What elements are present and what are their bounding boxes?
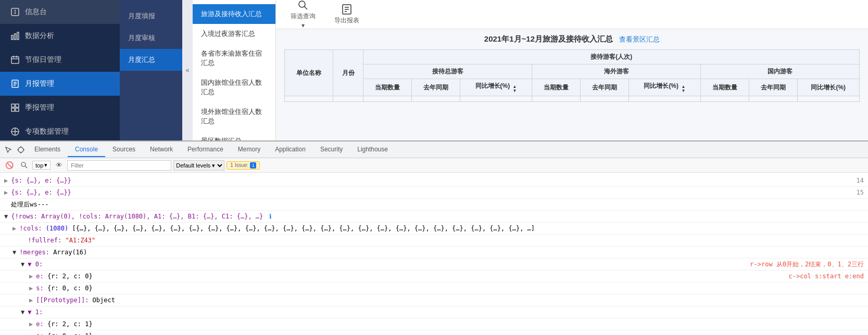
comment-text: c->col s:start e:end xyxy=(789,272,864,281)
tab-performance[interactable]: Performance xyxy=(180,143,231,157)
svg-rect-6 xyxy=(11,57,19,63)
menu3-item-inbound[interactable]: 入境过夜游客汇总 xyxy=(193,24,275,44)
devtools-panel: Elements Console Sources Network Perform… xyxy=(0,140,868,335)
expand-arrow[interactable]: ▼ xyxy=(21,307,24,317)
console-line: ▶ s: {r: 0, c: 0} xyxy=(0,282,868,294)
svg-point-27 xyxy=(18,147,23,152)
expand-arrow[interactable]: ▶ xyxy=(12,224,16,233)
console-line: ▶ !cols: (1080) [{…}, {…}, {…}, {…}, {…}… xyxy=(0,223,868,235)
console-filter-icon[interactable] xyxy=(18,159,30,172)
subheader-2: 同比增长(%) ▲▼ xyxy=(460,79,532,96)
collapse-button[interactable]: « xyxy=(182,0,193,140)
sidebar-item-label: 节假日管理 xyxy=(25,55,61,65)
subheader-7: 去年同期 xyxy=(749,79,797,96)
svg-point-2 xyxy=(15,10,16,11)
sidebar2-item-fill[interactable]: 月度填报 xyxy=(120,5,182,27)
sidebar-item-infotai[interactable]: 信息台 xyxy=(0,0,120,24)
sort-arrows-2[interactable]: ▲▼ xyxy=(681,85,685,93)
sidebar-item-data-analysis[interactable]: 数据分析 xyxy=(0,24,120,48)
sidebar-item-label: 数据分析 xyxy=(25,31,54,41)
svg-rect-3 xyxy=(11,35,13,40)
context-selector[interactable]: top ▾ xyxy=(32,161,51,170)
svg-rect-4 xyxy=(15,34,16,40)
svg-line-22 xyxy=(305,7,308,10)
console-line: ▶ e: {r: 2, c: 1} xyxy=(0,318,868,330)
svg-rect-14 xyxy=(11,104,15,107)
expand-arrow[interactable]: ▶ xyxy=(29,284,33,293)
tab-elements[interactable]: Elements xyxy=(27,143,68,157)
svg-rect-5 xyxy=(17,32,19,40)
console-output: ▶ {s: {…}, e: {…}} 14 ▶ {s: {…}, e: {…}}… xyxy=(0,173,868,335)
svg-point-21 xyxy=(299,1,305,7)
expand-arrow[interactable]: ▶ xyxy=(29,331,33,335)
toolbar: 筛选查询 ▾ 导出报表 xyxy=(276,0,868,29)
devtools-tabs: Elements Console Sources Network Perform… xyxy=(0,141,868,158)
menu3-item-domestic-hotel[interactable]: 国内旅馆业住宿人数汇总 xyxy=(193,73,275,102)
expand-arrow[interactable]: ▶ xyxy=(4,188,8,197)
sidebar-item-monthly-report[interactable]: 月报管理 xyxy=(0,72,120,96)
subheader-3: 当期数量 xyxy=(532,79,581,96)
col-total-visitors: 接待总游客 xyxy=(363,65,532,79)
issue-badge[interactable]: 1 Issue: 1 xyxy=(227,161,260,170)
devtools-inspect-icon[interactable] xyxy=(15,144,27,156)
filter-query-button[interactable]: 筛选查询 ▾ xyxy=(286,0,320,31)
sidebar-item-holiday[interactable]: 节假日管理 xyxy=(0,48,120,72)
expand-arrow[interactable]: ▶ xyxy=(4,176,8,185)
expand-arrow[interactable]: ▶ xyxy=(29,295,33,305)
scenic-summary-link[interactable]: 查看景区汇总 xyxy=(619,35,660,43)
svg-rect-15 xyxy=(16,104,19,107)
sidebar-item-label: 月报管理 xyxy=(25,79,54,88)
subheader-4: 去年同期 xyxy=(580,79,628,96)
menu3-item-tourism-income[interactable]: 旅游及接待收入汇总 xyxy=(193,4,275,24)
console-line: ▼ ▼ 0: r->row 从0开始，2结束，0、1、2三行 xyxy=(0,259,868,270)
console-filter-input[interactable] xyxy=(67,160,171,171)
report-icon xyxy=(10,79,20,88)
comment-text: r->row 从0开始，2结束，0、1、2三行 xyxy=(750,260,864,269)
svg-line-33 xyxy=(25,166,27,169)
col-unit: 单位名称 xyxy=(285,50,333,96)
expand-arrow[interactable]: ▶ xyxy=(29,319,33,329)
menu3-item-scenic[interactable]: 景区数据汇总 xyxy=(193,131,275,140)
devtools-cursor-icon[interactable] xyxy=(2,144,15,156)
sidebar2-item-audit[interactable]: 月度审核 xyxy=(120,27,182,49)
menu3-item-provinces[interactable]: 各省市来渝旅客住宿汇总 xyxy=(193,44,275,73)
console-line: ▼ !merges: Array(16) xyxy=(0,247,868,259)
tab-memory[interactable]: Memory xyxy=(231,143,268,157)
main-content: 筛选查询 ▾ 导出报表 2021年1月~12月旅游及接待收入汇总 查看景区汇总 … xyxy=(276,0,868,140)
sidebar-item-special-data[interactable]: 专项数据管理 xyxy=(0,120,120,140)
table-area: 2021年1月~12月旅游及接待收入汇总 查看景区汇总 单位名称 月份 接待游客… xyxy=(276,29,868,140)
subheader-8: 同比增长(%) xyxy=(797,79,859,96)
subheader-5: 同比增长(%) ▲▼ xyxy=(628,79,700,96)
console-line: ▶ {s: {…}, e: {…}} 14 xyxy=(0,175,868,187)
expand-arrow[interactable]: ▶ xyxy=(29,272,33,281)
sort-arrows-1[interactable]: ▲▼ xyxy=(513,85,517,93)
svg-point-32 xyxy=(21,162,26,166)
expand-arrow[interactable]: ▼ xyxy=(4,212,8,221)
main-sidebar: 信息台 数据分析 节假日管理 月报管理 季报管理 xyxy=(0,0,120,140)
console-eye-icon[interactable]: 👁 xyxy=(53,159,65,172)
sidebar-item-label: 信息台 xyxy=(25,7,47,17)
menu3-item-foreign-hotel[interactable]: 境外旅馆业住宿人数汇总 xyxy=(193,102,275,131)
secondary-sidebar: 月度填报 月度审核 月度汇总 xyxy=(120,0,182,140)
comment-block: ▼ ▼ 0: r->row 从0开始，2结束，0、1、2三行 ▶ e: {r: … xyxy=(0,259,868,306)
tab-console[interactable]: Console xyxy=(68,143,105,157)
tab-sources[interactable]: Sources xyxy=(105,143,143,157)
expand-arrow[interactable]: ▼ xyxy=(21,260,24,269)
tab-security[interactable]: Security xyxy=(313,143,350,157)
expand-arrow[interactable]: ▼ xyxy=(12,248,16,257)
sidebar-item-quarterly[interactable]: 季报管理 xyxy=(0,96,120,120)
tab-network[interactable]: Network xyxy=(143,143,180,157)
console-clear-icon[interactable]: 🚫 xyxy=(3,159,16,172)
levels-select[interactable]: Default levels ▾ xyxy=(173,160,224,171)
svg-rect-16 xyxy=(11,108,15,111)
col-group1: 接待游客(人次) xyxy=(363,50,860,65)
quarterly-icon xyxy=(10,103,20,112)
tab-application[interactable]: Application xyxy=(268,143,313,157)
info-icon xyxy=(10,7,20,17)
console-line: !fullref: "A1:Z43" xyxy=(0,235,868,247)
sidebar2-item-summary[interactable]: 月度汇总 xyxy=(120,49,182,71)
export-report-button[interactable]: 导出报表 xyxy=(330,2,363,27)
col-month: 月份 xyxy=(333,50,363,96)
tab-lighthouse[interactable]: Lighthouse xyxy=(350,143,395,157)
table-title: 2021年1月~12月旅游及接待收入汇总 查看景区汇总 xyxy=(284,34,860,44)
